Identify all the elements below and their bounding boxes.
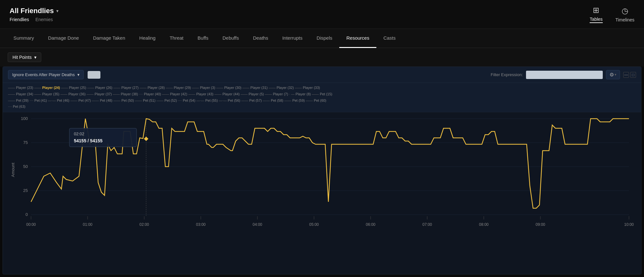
toggle-button[interactable] xyxy=(88,71,100,79)
legend-item-25[interactable]: Player (25) xyxy=(69,86,86,90)
chart-svg: 100 75 50 25 0 Amount 00:00 01:00 02:00 … xyxy=(3,112,641,234)
maximize-button[interactable]: □ xyxy=(630,72,636,78)
legend-item-28[interactable]: Player (28) xyxy=(148,86,165,90)
legend-item-26[interactable]: Player (26) xyxy=(95,86,113,90)
svg-text:08:00: 08:00 xyxy=(479,222,489,227)
legend-item-5[interactable]: Player (5) xyxy=(249,92,264,96)
svg-text:Amount: Amount xyxy=(11,162,15,177)
settings-button[interactable]: ⚙ ▾ xyxy=(606,70,620,79)
legend-item-pet39[interactable]: Pet (39) xyxy=(16,99,28,102)
legend-item-pet15[interactable]: Pet (15) xyxy=(320,92,332,96)
legend-item-44[interactable]: Player (44) xyxy=(223,92,240,96)
legend-item-8[interactable]: Player (8) xyxy=(295,92,311,96)
legend-item-37[interactable]: Player (37) xyxy=(95,92,112,96)
legend-item-pet55[interactable]: Pet (55) xyxy=(205,99,218,102)
sub-nav: Friendlies Enemies xyxy=(10,17,59,22)
svg-text:07:00: 07:00 xyxy=(422,222,432,227)
resource-dropdown-label: Hit Points xyxy=(12,55,32,60)
legend-item-pet63[interactable]: Pet (63) xyxy=(13,105,25,108)
legend-item-30[interactable]: Player (30) xyxy=(224,86,241,90)
tables-icon: ⊞ xyxy=(593,6,599,15)
settings-icon: ⚙ xyxy=(609,72,614,78)
svg-text:0: 0 xyxy=(26,212,28,217)
chart-toolbar: Ignore Events After Player Deaths ▾ Filt… xyxy=(3,67,641,83)
tab-summary[interactable]: Summary xyxy=(6,29,41,48)
title-dropdown-arrow[interactable]: ▾ xyxy=(56,8,59,13)
tab-damage-taken[interactable]: Damage Taken xyxy=(86,29,132,48)
timelines-label: Timelines xyxy=(616,17,634,22)
filter-section: Filter Expression: ⚙ ▾ — □ xyxy=(491,70,636,79)
legend-item-7[interactable]: Player (7) xyxy=(273,92,288,96)
svg-text:50: 50 xyxy=(23,164,28,169)
ignore-events-label: Ignore Events After Player Deaths xyxy=(12,72,75,77)
legend-item-24[interactable]: Player (24) xyxy=(42,86,60,90)
window-controls: — □ xyxy=(623,72,636,78)
legend-item-pet51[interactable]: Pet (51) xyxy=(143,99,155,102)
tooltip-box xyxy=(69,128,137,147)
legend-item-pet60[interactable]: Pet (60) xyxy=(314,99,326,102)
tables-label: Tables xyxy=(590,17,602,23)
legend-bar: —— Player (23) —— Player (24) —— Player … xyxy=(3,83,641,112)
legend-item-34[interactable]: Player (34) xyxy=(16,92,33,96)
svg-text:01:00: 01:00 xyxy=(83,222,92,227)
legend-item-32[interactable]: Player (32) xyxy=(277,86,294,90)
tab-nav: Summary Damage Done Damage Taken Healing… xyxy=(0,29,644,48)
tab-healing[interactable]: Healing xyxy=(132,29,163,48)
svg-text:25: 25 xyxy=(23,188,28,193)
legend-item-35[interactable]: Player (35) xyxy=(42,92,59,96)
resource-dropdown[interactable]: Hit Points ▾ xyxy=(8,52,41,62)
legend-item-pet48[interactable]: Pet (48) xyxy=(100,99,112,102)
legend-item-pet59[interactable]: Pet (59) xyxy=(292,99,305,102)
legend-item-pet54[interactable]: Pet (54) xyxy=(183,99,195,102)
tab-dispels[interactable]: Dispels xyxy=(310,29,339,48)
svg-text:05:00: 05:00 xyxy=(309,222,319,227)
filter-label: Filter Expression: xyxy=(491,72,523,77)
tab-buffs[interactable]: Buffs xyxy=(191,29,216,48)
svg-text:75: 75 xyxy=(23,140,28,145)
svg-text:02:00: 02:00 xyxy=(139,222,149,227)
legend-item-27[interactable]: Player (27) xyxy=(122,86,139,90)
ignore-events-dropdown[interactable]: Ignore Events After Player Deaths ▾ xyxy=(8,70,84,79)
svg-text:04:00: 04:00 xyxy=(253,222,262,227)
tab-interrupts[interactable]: Interrupts xyxy=(275,29,310,48)
legend-item-31[interactable]: Player (31) xyxy=(250,86,268,90)
legend-item-36[interactable]: Player (36) xyxy=(68,92,86,96)
legend-item-pet41[interactable]: Pet (41) xyxy=(35,99,47,102)
chart-wrapper: 100 75 50 25 0 Amount 00:00 01:00 02:00 … xyxy=(3,112,641,234)
legend-item-pet50[interactable]: Pet (50) xyxy=(122,99,134,102)
legend-item-38[interactable]: Player (38) xyxy=(121,92,138,96)
legend-item-pet57[interactable]: Pet (57) xyxy=(249,99,262,102)
legend-item-29[interactable]: Player (29) xyxy=(174,86,191,90)
legend-item-pet52[interactable]: Pet (52) xyxy=(164,99,177,102)
legend-item-pet47[interactable]: Pet (47) xyxy=(78,99,91,102)
tab-casts[interactable]: Casts xyxy=(376,29,403,48)
legend-item-23[interactable]: Player (23) xyxy=(16,86,33,90)
tables-button[interactable]: ⊞ Tables xyxy=(590,6,602,23)
minimize-button[interactable]: — xyxy=(623,72,629,78)
tab-deaths[interactable]: Deaths xyxy=(246,29,275,48)
tab-debuffs[interactable]: Debuffs xyxy=(216,29,246,48)
filter-input[interactable] xyxy=(526,71,603,79)
timelines-button[interactable]: ◷ Timelines xyxy=(616,6,634,22)
legend-item-pet58[interactable]: Pet (58) xyxy=(271,99,283,102)
legend-item-43[interactable]: Player (43) xyxy=(196,92,214,96)
svg-text:100: 100 xyxy=(21,116,28,121)
tab-damage-done[interactable]: Damage Done xyxy=(41,29,86,48)
chart-container: Ignore Events After Player Deaths ▾ Filt… xyxy=(3,67,641,274)
legend-item-40[interactable]: Player (40) xyxy=(144,92,161,96)
tab-threat[interactable]: Threat xyxy=(162,29,190,48)
legend-item-33[interactable]: Player (33) xyxy=(303,86,320,90)
svg-text:09:00: 09:00 xyxy=(536,222,545,227)
sub-nav-friendlies[interactable]: Friendlies xyxy=(10,17,29,22)
legend-item-pet56[interactable]: Pet (56) xyxy=(228,99,240,102)
title-row: All Friendlies ▾ xyxy=(10,7,59,15)
legend-item-42[interactable]: Player (42) xyxy=(170,92,187,96)
top-left: All Friendlies ▾ Friendlies Enemies xyxy=(10,7,59,22)
legend-item-pet46[interactable]: Pet (46) xyxy=(57,99,69,102)
sub-nav-enemies[interactable]: Enemies xyxy=(35,17,53,22)
tab-resources[interactable]: Resources xyxy=(339,29,376,48)
resource-bar: Hit Points ▾ xyxy=(0,48,644,67)
resource-dropdown-arrow: ▾ xyxy=(34,55,36,60)
legend-item-3[interactable]: Player (3) xyxy=(200,86,215,90)
ignore-events-arrow: ▾ xyxy=(77,72,80,77)
